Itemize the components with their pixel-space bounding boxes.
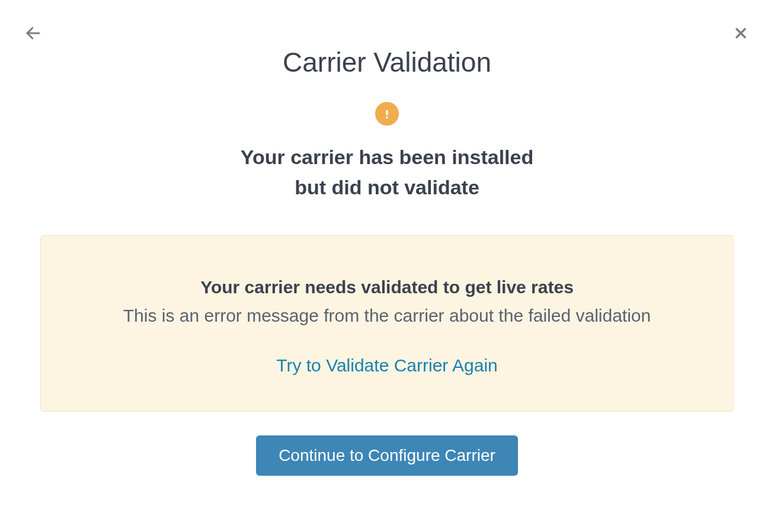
carrier-validation-modal: Carrier Validation Your carrier has been… — [0, 0, 774, 532]
continue-configure-button[interactable]: Continue to Configure Carrier — [256, 435, 518, 476]
button-wrap: Continue to Configure Carrier — [24, 412, 750, 476]
alert-message: This is an error message from the carrie… — [65, 306, 709, 326]
validation-alert: Your carrier needs validated to get live… — [40, 235, 734, 412]
subtitle-line-1: Your carrier has been installed — [241, 146, 533, 168]
modal-subtitle: Your carrier has been installed but did … — [24, 142, 750, 203]
modal-content: Carrier Validation Your carrier has been… — [0, 46, 774, 476]
svg-point-4 — [386, 117, 388, 118]
modal-title: Carrier Validation — [24, 46, 750, 78]
retry-validate-link[interactable]: Try to Validate Carrier Again — [276, 355, 498, 376]
arrow-left-icon — [24, 24, 42, 42]
alert-heading: Your carrier needs validated to get live… — [65, 277, 709, 297]
warning-icon-wrap — [24, 102, 750, 126]
subtitle-line-2: but did not validate — [295, 176, 479, 198]
warning-icon — [375, 102, 399, 126]
svg-rect-3 — [386, 110, 388, 116]
back-button[interactable] — [24, 24, 43, 43]
close-button[interactable] — [731, 24, 750, 43]
close-icon — [733, 25, 749, 41]
